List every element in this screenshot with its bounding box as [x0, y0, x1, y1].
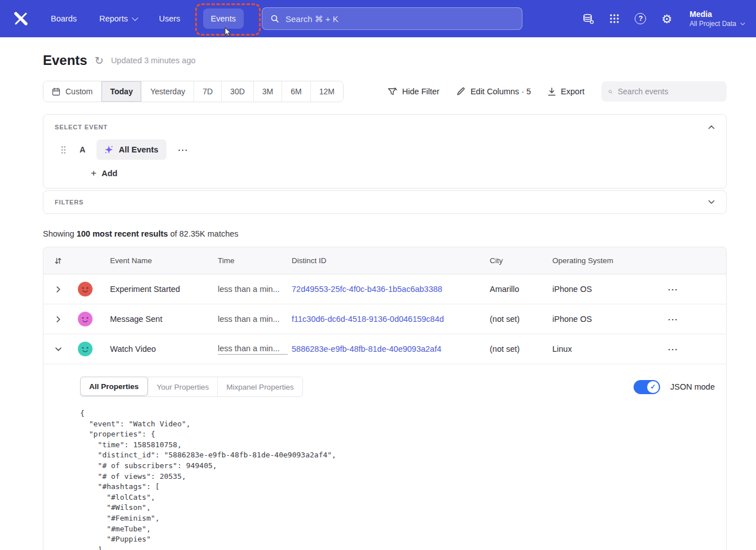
project-subtitle: All Project Data [689, 19, 736, 28]
calendar-icon [52, 88, 60, 96]
distinct-id-link[interactable]: 72d49553-25fc-4f0c-b436-1b5ac6ab3388 [292, 285, 490, 294]
event-more-button[interactable]: ⋯ [173, 143, 194, 156]
select-event-label: SELECT EVENT [55, 124, 108, 130]
refresh-icon[interactable]: ↻ [95, 55, 104, 66]
help-icon[interactable]: ? [635, 13, 646, 24]
date-7d-button[interactable]: 7D [194, 81, 221, 102]
date-3m-button[interactable]: 3M [253, 81, 282, 102]
drag-handle-icon[interactable] [61, 146, 66, 154]
nav-boards[interactable]: Boards [51, 14, 77, 23]
results-suffix: of 82.35K matches [168, 229, 239, 238]
gear-glyph: ⚙ [661, 13, 672, 25]
avatar-face-icon [78, 282, 93, 296]
nav-users[interactable]: Users [159, 14, 181, 23]
col-time[interactable]: Time [218, 256, 292, 265]
col-event-name[interactable]: Event Name [110, 256, 218, 265]
distinct-id-link[interactable]: 5886283e-e9fb-48fb-81de-40e9093a2af4 [292, 344, 490, 353]
events-table: Event Name Time Distinct ID City Operati… [43, 247, 727, 550]
pencil-icon [456, 87, 465, 96]
col-os[interactable]: Operating System [552, 256, 653, 265]
table-row: Experiment Started less than a min... 72… [43, 274, 726, 304]
date-yesterday-button[interactable]: Yesterday [141, 81, 194, 102]
toolbar: Custom Today Yesterday 7D 30D 3M 6M 12M … [43, 81, 727, 102]
nav-events[interactable]: Events [203, 8, 244, 29]
global-search[interactable] [262, 7, 522, 30]
tab-mixpanel-properties[interactable]: Mixpanel Properties [217, 377, 302, 396]
cursor-pointer-icon [224, 27, 232, 37]
json-mode-label: JSON mode [670, 382, 715, 391]
properties-tabs: All Properties Your Properties Mixpanel … [80, 377, 303, 397]
filters-panel[interactable]: FILTERS [43, 190, 727, 214]
event-name-cell: Message Sent [110, 315, 218, 324]
chevron-down-icon [131, 15, 138, 21]
date-30d-button[interactable]: 30D [221, 81, 253, 102]
global-search-input[interactable] [285, 14, 514, 24]
nav-reports[interactable]: Reports [99, 14, 137, 23]
navbar-right: ? ⚙ Media All Project Data [582, 9, 744, 28]
row-more-button[interactable]: ⋯ [653, 343, 693, 356]
chevron-down-icon [740, 20, 745, 25]
city-cell: (not set) [490, 344, 552, 353]
add-event-label: Add [102, 169, 117, 178]
toolbar-right: Hide Filter Edit Columns · 5 Export [388, 81, 727, 102]
os-cell: iPhone OS [552, 285, 653, 294]
search-events-input[interactable] [618, 87, 720, 96]
event-name-cell: Watch Video [110, 344, 218, 353]
table-row-expanded: Watch Video less than a min... 5886283e-… [43, 334, 726, 364]
hide-filter-label: Hide Filter [402, 87, 439, 96]
help-glyph: ? [635, 13, 646, 24]
tab-your-properties[interactable]: Your Properties [148, 377, 218, 396]
edit-columns-button[interactable]: Edit Columns · 5 [456, 87, 531, 96]
plus-icon: + [91, 168, 96, 178]
sort-icon[interactable] [43, 257, 73, 265]
row-detail-panel: All Properties Your Properties Mixpanel … [43, 364, 726, 550]
project-selector[interactable]: Media All Project Data [689, 9, 744, 28]
collapse-panel-icon[interactable] [708, 125, 715, 129]
table-header-row: Event Name Time Distinct ID City Operati… [43, 247, 726, 274]
distinct-id-link[interactable]: f11c30d6-dc6d-4518-9136-0d046159c84d [292, 315, 490, 324]
date-custom-button[interactable]: Custom [43, 81, 101, 102]
city-cell: (not set) [490, 315, 552, 324]
primary-nav: Boards Reports Users Events [51, 8, 244, 29]
date-6m-button[interactable]: 6M [282, 81, 310, 102]
date-today-button[interactable]: Today [101, 81, 141, 102]
filter-funnel-icon [388, 88, 397, 96]
export-button[interactable]: Export [548, 87, 584, 96]
event-selector-label: All Events [118, 145, 158, 154]
avatar-face-icon [78, 312, 93, 326]
json-mode-toggle[interactable]: ✓ [634, 380, 660, 394]
add-event-button[interactable]: + Add [91, 168, 117, 178]
expand-panel-icon[interactable] [708, 200, 715, 204]
search-icon [270, 14, 279, 23]
tab-all-properties[interactable]: All Properties [80, 377, 148, 396]
nav-events-wrap: Events [203, 8, 244, 29]
col-distinct-id[interactable]: Distinct ID [292, 256, 490, 265]
hide-filter-button[interactable]: Hide Filter [388, 87, 439, 96]
data-management-icon[interactable] [582, 14, 594, 24]
search-events-box[interactable] [601, 81, 727, 102]
event-row-letter: A [80, 145, 85, 154]
date-12m-button[interactable]: 12M [310, 81, 343, 102]
expand-row-button[interactable] [43, 316, 73, 322]
row-more-button[interactable]: ⋯ [653, 283, 693, 296]
col-city[interactable]: City [490, 256, 552, 265]
avatar-face-icon [78, 342, 93, 356]
event-name-cell: Experiment Started [110, 285, 218, 294]
settings-icon[interactable]: ⚙ [661, 13, 672, 25]
mixpanel-logo[interactable] [12, 10, 29, 27]
event-selector-chip[interactable]: All Events [96, 139, 166, 160]
filters-label: FILTERS [55, 199, 83, 206]
results-prefix: Showing [43, 229, 77, 238]
project-name: Media [689, 9, 744, 19]
main-content: Events ↻ Updated 3 minutes ago Custom To… [43, 53, 727, 550]
check-icon: ✓ [650, 383, 656, 391]
event-spark-icon [104, 145, 113, 154]
os-cell: iPhone OS [552, 315, 653, 324]
expand-row-button[interactable] [43, 286, 73, 293]
results-count: 100 most recent results [77, 229, 168, 238]
edit-columns-label: Edit Columns · 5 [471, 87, 531, 96]
apps-grid-icon[interactable] [609, 14, 619, 24]
updated-text: Updated 3 minutes ago [111, 56, 196, 65]
collapse-row-button[interactable] [43, 346, 73, 352]
row-more-button[interactable]: ⋯ [653, 313, 693, 326]
